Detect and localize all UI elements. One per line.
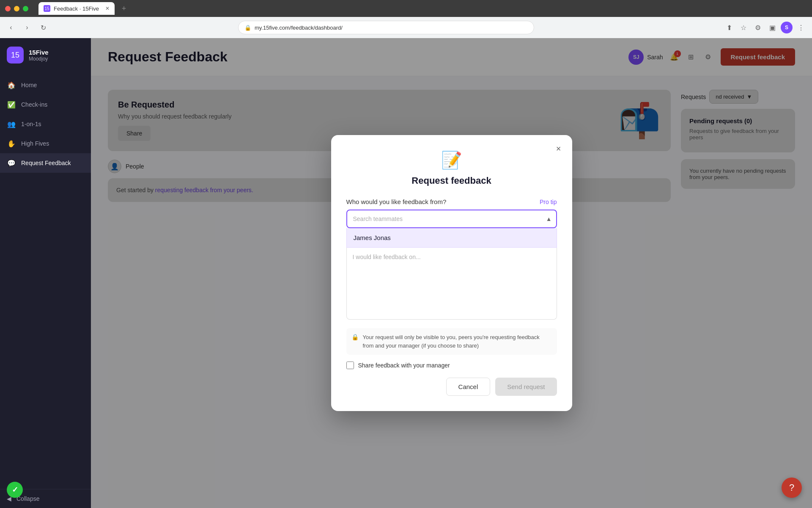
privacy-notice: 🔒 Your request will only be visible to y… [346, 328, 557, 355]
share-manager-row: Share feedback with your manager [346, 362, 557, 369]
tab-title: Feedback · 15Five [54, 6, 102, 12]
search-teammates-input[interactable] [346, 210, 557, 228]
1on1s-icon: 👥 [7, 119, 16, 129]
sidebar-item-request-feedback-label: Request Feedback [21, 160, 71, 166]
share-manager-label: Share feedback with your manager [358, 362, 450, 369]
tab-favicon: 15 [44, 5, 50, 12]
lock-icon: 🔒 [244, 25, 251, 31]
modal-title: Request feedback [346, 175, 557, 186]
dropdown-item-james-jonas[interactable]: James Jonas [346, 228, 557, 248]
sidebar-browser-button[interactable]: ▣ [766, 22, 778, 33]
maximize-dot[interactable] [23, 6, 28, 11]
extensions-button[interactable]: ⚙ [752, 22, 764, 33]
search-chevron-icon: ▲ [546, 215, 552, 222]
more-button[interactable]: ⋮ [795, 22, 807, 33]
form-label: Who would you like feedback from? Pro ti… [346, 198, 557, 205]
request-feedback-modal: × 📝 Request feedback Who would you like … [331, 135, 572, 411]
browser-profile-avatar[interactable]: S [781, 22, 793, 33]
brand-sub: Moodjoy [29, 56, 49, 62]
sidebar-nav: 🏠 Home ✅ Check-ins 👥 1-on-1s ✋ High Five… [0, 72, 91, 489]
search-container: ▲ [346, 210, 557, 228]
send-request-button[interactable]: Send request [495, 378, 557, 396]
privacy-text: Your request will only be visible to you… [363, 333, 552, 350]
browser-tab[interactable]: 15 Feedback · 15Five ✕ [38, 2, 115, 15]
who-question-label: Who would you like feedback from? [346, 198, 447, 205]
sidebar-brand: 15 15Five Moodjoy [0, 38, 91, 72]
request-feedback-icon: 💬 [7, 158, 16, 168]
refresh-button[interactable]: ↻ [37, 22, 49, 33]
checkins-icon: ✅ [7, 100, 16, 109]
forward-button[interactable]: › [21, 22, 33, 33]
modal-actions: Cancel Send request [346, 378, 557, 396]
sidebar-item-1on1s-label: 1-on-1s [21, 121, 41, 127]
pro-tip-link[interactable]: Pro tip [540, 199, 557, 205]
privacy-lock-icon: 🔒 [351, 334, 359, 340]
back-button[interactable]: ‹ [5, 22, 17, 33]
address-bar[interactable]: 🔒 my.15five.com/feedback/dashboard/ [238, 21, 534, 34]
sidebar-item-request-feedback[interactable]: 💬 Request Feedback [0, 153, 91, 173]
new-tab-button[interactable]: + [118, 3, 130, 14]
brand-name: 15Five [29, 49, 49, 56]
sidebar-item-checkins-label: Check-ins [21, 101, 47, 108]
textarea-container [346, 248, 557, 321]
share-manager-checkbox[interactable] [346, 362, 354, 369]
sidebar-item-1on1s[interactable]: 👥 1-on-1s [0, 114, 91, 134]
address-text: my.15five.com/feedback/dashboard/ [255, 25, 343, 31]
browser-titlebar: 15 Feedback · 15Five ✕ + [0, 0, 812, 17]
brand-text: 15Five Moodjoy [29, 49, 49, 62]
sidebar-item-home-label: Home [21, 82, 37, 88]
bookmark-button[interactable]: ☆ [738, 22, 749, 33]
close-dot[interactable] [5, 6, 11, 11]
browser-chrome: 15 Feedback · 15Five ✕ + ‹ › ↻ 🔒 my.15fi… [0, 0, 812, 38]
share-button[interactable]: ⬆ [723, 22, 735, 33]
tab-close-button[interactable]: ✕ [105, 6, 110, 11]
brand-icon: 15 [7, 47, 24, 64]
collapse-label: Collapse [16, 495, 39, 502]
help-badge[interactable]: ✓ [7, 482, 23, 498]
browser-toolbar: ‹ › ↻ 🔒 my.15five.com/feedback/dashboard… [0, 17, 812, 38]
sidebar-item-highfives[interactable]: ✋ High Fives [0, 134, 91, 153]
cancel-button[interactable]: Cancel [446, 378, 491, 396]
main-content: Request Feedback SJ Sarah 🔔 1 ⊞ ⚙ Reques… [91, 38, 812, 508]
highfives-icon: ✋ [7, 139, 16, 148]
minimize-dot[interactable] [14, 6, 19, 11]
sidebar-item-checkins[interactable]: ✅ Check-ins [0, 95, 91, 114]
modal-icon: 📝 [346, 150, 557, 170]
chat-button[interactable]: ? [782, 478, 802, 498]
app-container: 15 15Five Moodjoy 🏠 Home ✅ Check-ins 👥 1… [0, 38, 812, 508]
sidebar-item-highfives-label: High Fives [21, 140, 49, 147]
browser-actions: ⬆ ☆ ⚙ ▣ S ⋮ [723, 22, 807, 33]
modal-close-button[interactable]: × [552, 142, 565, 155]
feedback-message-input[interactable] [346, 248, 557, 320]
sidebar: 15 15Five Moodjoy 🏠 Home ✅ Check-ins 👥 1… [0, 38, 91, 508]
sidebar-item-home[interactable]: 🏠 Home [0, 75, 91, 95]
home-icon: 🏠 [7, 80, 16, 90]
